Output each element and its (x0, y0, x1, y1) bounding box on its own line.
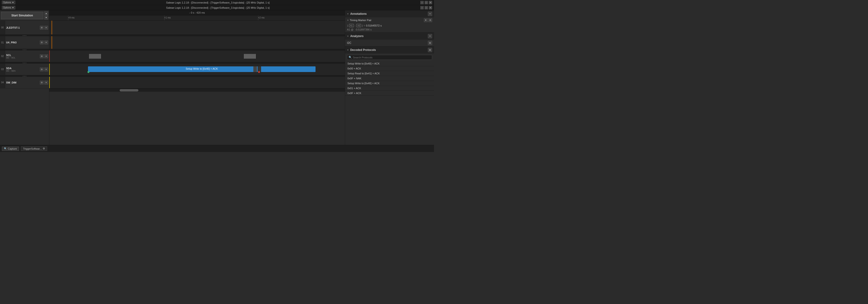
file-gear-icon[interactable]: ⚙ (43, 147, 45, 150)
bottom-bar: 🔍 Capture TriggerSoftwar... ⚙ (0, 145, 434, 152)
channel-sub-3: I2C - SDA (6, 70, 38, 72)
annotations-title: ▼ Annotations (347, 12, 367, 16)
channel-controls-4: ⚙ ✕ (39, 77, 49, 88)
protocol-item-0[interactable]: Setup Write to [0x40] + ACK (345, 61, 434, 66)
minimize-button-1[interactable]: − (421, 1, 424, 4)
channel-gear-0[interactable]: ⚙ (40, 26, 43, 30)
channel-gear-2[interactable]: ⚙ (40, 54, 43, 58)
timing-subrow: A1 @ -0.51897396 s (345, 28, 434, 32)
analyzers-header[interactable]: ▼ Analyzers + (345, 33, 434, 40)
minimize-button-2[interactable]: − (421, 6, 424, 9)
capture-label: Capture (8, 147, 17, 150)
timeline-markers[interactable]: +9 ms +1 ms +2 ms (49, 16, 345, 21)
analyzer-i2c-name: I2C (347, 41, 351, 44)
capture-tab[interactable]: 🔍 Capture (2, 147, 19, 151)
a2-badge: A2 (356, 24, 361, 27)
maximize-button-1[interactable]: □ (425, 1, 428, 4)
channel-index-2: 02 (0, 51, 5, 62)
analyzer-i2c-gear-btn[interactable]: ⚙ (428, 41, 432, 45)
channel-index-1: 01 (0, 36, 5, 49)
title-bar-2-text: Saleae Logic 1.2.18 - [Disconnected] - [… (15, 6, 421, 9)
channel-close-4[interactable]: ✕ (44, 81, 48, 85)
channel-name-4: SW_DIM (6, 81, 38, 84)
pipe-separator-2: | (362, 24, 363, 27)
decoded-protocols-header[interactable]: ▼ Decoded Protocols ⚙ (345, 47, 434, 54)
protocol-item-5[interactable]: 0x01 + ACK (345, 86, 434, 91)
search-protocols-box[interactable]: 🔍 (347, 55, 432, 60)
protocol-item-2[interactable]: Setup Read to [0x41] + ACK (345, 71, 434, 76)
channel-list: 00 JLEDTST-1 ⚙ ✕ 01 U4_PIN3 (0, 21, 49, 145)
channel-close-0[interactable]: ✕ (44, 26, 48, 30)
channel-index-0: 00 (0, 21, 5, 34)
waveform-scrollbar[interactable] (49, 88, 345, 92)
timing-duration-value: 0.51645572 s (366, 24, 382, 27)
channel-info-2: SCL I2C - SCL (5, 51, 39, 62)
channel-info-0: JLEDTST-1 (5, 21, 39, 34)
dash-separator: - (355, 24, 355, 27)
analyzers-add-button[interactable]: + (428, 34, 432, 38)
channel-controls-1: ⚙ ✕ (39, 36, 49, 49)
protocol-item-4[interactable]: Setup Write to [0x40] + ACK (345, 81, 434, 86)
sda-protocol-label: Setup Write to [0x40] + ACK (88, 67, 315, 70)
title-bar-1-left-controls[interactable]: Options ▼ (2, 1, 15, 4)
title-bar-1-right-controls[interactable]: − □ ✕ (421, 1, 432, 4)
title-bar-2-left-controls[interactable]: Options ▼ (2, 6, 15, 9)
title-bar-2-right-controls[interactable]: − □ ✕ (421, 6, 432, 9)
annotations-header[interactable]: ▼ Annotations + (345, 10, 434, 18)
channel-name-0: JLEDTST-1 (6, 26, 38, 29)
scroll-thumb[interactable] (120, 89, 138, 91)
cursor-line-scl (49, 51, 50, 62)
scroll-up-button[interactable]: ▲ (44, 11, 48, 15)
close-button-2[interactable]: ✕ (429, 6, 432, 9)
protocol-item-1[interactable]: 0x00 + ACK (345, 66, 434, 71)
maximize-button-2[interactable]: □ (425, 6, 428, 9)
channel-row-1: 01 U4_PIN3 ⚙ ✕ (0, 36, 49, 49)
timing-value-row: | A1 - A2 | = 0.51645572 s (345, 23, 434, 28)
timing-marker-gear-btn[interactable]: ⚙ (428, 18, 432, 22)
timeline-area: - 0 s : 420 ms +9 ms +1 ms +2 ms (49, 10, 345, 145)
timing-marker-filter-btn[interactable]: ▼ (424, 18, 428, 22)
annotations-add-button[interactable]: + (428, 12, 432, 16)
channel-gear-4[interactable]: ⚙ (40, 81, 43, 85)
analyzers-triangle-icon: ▼ (347, 35, 349, 37)
analyzers-title: ▼ Analyzers (347, 34, 364, 38)
protocol-item-3[interactable]: 0x0F + NAK (345, 76, 434, 81)
sda-start-dot (88, 71, 89, 73)
channel-name-1: U4_PIN3 (6, 41, 38, 44)
search-protocols-input[interactable] (353, 56, 431, 59)
decoded-protocols-section: ▼ Decoded Protocols ⚙ 🔍 Setup Write to [… (345, 47, 434, 145)
analyzers-title-text: Analyzers (350, 34, 364, 38)
annotations-section: ▼ Annotations + ▼ Timing Marker Pair ▼ ⚙… (345, 10, 434, 33)
channel-info-4: SW_DIM (5, 77, 39, 88)
time-tick-1: +9 ms (68, 17, 74, 19)
timing-marker-triangle-icon: ▼ (347, 19, 349, 21)
channel-gear-1[interactable]: ⚙ (40, 40, 43, 44)
channel-close-1[interactable]: ✕ (44, 40, 48, 44)
channel-close-2[interactable]: ✕ (44, 54, 48, 58)
channel-gear-3[interactable]: ⚙ (40, 67, 43, 71)
decoded-protocols-gear-btn[interactable]: ⚙ (428, 48, 432, 52)
scl-burst-1 (89, 54, 101, 59)
scroll-down-button[interactable]: ▼ (44, 16, 48, 20)
sda-end-dot (258, 71, 260, 73)
a1-at-label: A1 @ (347, 28, 353, 31)
right-panel: ▼ Annotations + ▼ Timing Marker Pair ▼ ⚙… (345, 10, 434, 145)
waveform-row-0 (49, 21, 345, 35)
file-label: TriggerSoftwar... (23, 147, 42, 150)
protocol-item-6[interactable]: 0x0F + ACK (345, 91, 434, 96)
close-button-1[interactable]: ✕ (429, 1, 432, 4)
options-button-1[interactable]: Options ▼ (2, 1, 15, 4)
channel-close-3[interactable]: ✕ (44, 67, 48, 71)
timing-marker-row: ▼ Timing Marker Pair ▼ ⚙ (345, 18, 434, 23)
cursor-line-swdim (49, 77, 50, 88)
a1-offset-value: -0.51897396 s (355, 28, 372, 31)
channel-index-3: 03 (0, 64, 5, 75)
time-range-display: - 0 s : 420 ms (49, 10, 345, 16)
channel-info-1: U4_PIN3 (5, 36, 39, 49)
waveform-grid[interactable]: Setup Write to [0x40] + ACK (49, 21, 345, 145)
options-button-2[interactable]: Options ▼ (2, 6, 15, 9)
protocol-list: Setup Write to [0x40] + ACK 0x00 + ACK S… (345, 61, 434, 145)
start-simulation-button[interactable]: Start Simulation (1, 12, 43, 19)
channel-index-4: 04 (0, 77, 5, 88)
file-tab[interactable]: TriggerSoftwar... ⚙ (21, 146, 47, 151)
